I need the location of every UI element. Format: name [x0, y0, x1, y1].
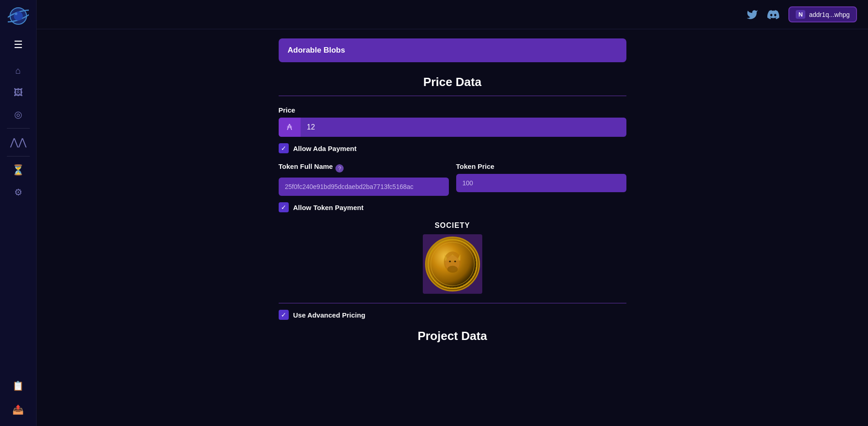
- divider-1: [7, 128, 30, 129]
- society-label: SOCIETY: [435, 221, 470, 230]
- sidebar-item-filter[interactable]: ⏳: [8, 160, 28, 180]
- allow-token-checkbox[interactable]: ✓: [279, 202, 289, 212]
- sidebar-bottom: 📋 📤: [8, 375, 28, 421]
- token-price-field: Token Price: [456, 162, 626, 196]
- wallet-network-badge: N: [796, 10, 805, 19]
- target-icon: ◎: [14, 109, 22, 120]
- checkmark-icon: ✓: [281, 145, 286, 152]
- ada-symbol-icon: ₳: [279, 118, 301, 137]
- price-input-wrapper: ₳: [279, 118, 626, 137]
- docs-icon: 📋: [12, 380, 24, 391]
- collection-name: Adorable Blobs: [288, 46, 345, 54]
- price-data-title: Price Data: [279, 75, 626, 89]
- allow-token-row: ✓ Allow Token Payment: [279, 202, 626, 212]
- logo[interactable]: [8, 5, 29, 28]
- coin-svg: [426, 237, 479, 291]
- main-content: Adorable Blobs Price Data Price ₳ ✓ Allo…: [37, 29, 868, 426]
- svg-point-3: [15, 12, 17, 15]
- sidebar-item-export[interactable]: 📤: [8, 399, 28, 420]
- token-row: Token Full Name ? Token Price: [279, 162, 626, 196]
- price-input[interactable]: [301, 118, 626, 137]
- token-price-label: Token Price: [456, 162, 626, 170]
- society-coin-icon: [425, 237, 480, 291]
- advanced-pricing-label: Use Advanced Pricing: [293, 311, 366, 319]
- sidebar-item-settings[interactable]: ⚙: [8, 182, 28, 202]
- token-price-input[interactable]: [456, 174, 626, 192]
- discord-icon[interactable]: [767, 9, 779, 21]
- svg-point-8: [447, 266, 458, 273]
- home-icon: ⌂: [15, 65, 21, 76]
- chevron-up-icon: ⋀⋀: [10, 136, 27, 148]
- sidebar: ☰ ⌂ 🖼 ◎ ⋀⋀ ⏳ ⚙ 📋 📤: [0, 0, 37, 426]
- price-divider: [279, 96, 626, 96]
- allow-token-label: Allow Token Payment: [293, 204, 364, 211]
- wallet-button[interactable]: N addr1q...whpg: [788, 6, 857, 22]
- project-data-title: Project Data: [279, 329, 626, 343]
- hamburger-menu[interactable]: ☰: [8, 35, 28, 55]
- filter-icon: ⏳: [12, 164, 24, 176]
- price-label: Price: [279, 106, 626, 114]
- image-icon: 🖼: [14, 87, 23, 98]
- twitter-icon[interactable]: [746, 9, 758, 21]
- advanced-pricing-checkbox[interactable]: ✓: [279, 310, 289, 320]
- allow-ada-checkbox[interactable]: ✓: [279, 143, 289, 153]
- society-image: [423, 234, 482, 294]
- collection-bar: Adorable Blobs: [279, 38, 626, 62]
- checkmark-icon-2: ✓: [281, 204, 286, 211]
- token-full-name-input[interactable]: [279, 178, 449, 196]
- gear-icon: ⚙: [14, 187, 22, 198]
- society-section: SOCIETY: [279, 221, 626, 294]
- advanced-pricing-row: ✓ Use Advanced Pricing: [279, 310, 626, 320]
- export-icon: 📤: [12, 404, 24, 415]
- svg-point-9: [449, 260, 451, 262]
- token-name-label-row: Token Full Name ?: [279, 162, 449, 174]
- token-full-name-field: Token Full Name ?: [279, 162, 449, 196]
- svg-point-10: [454, 260, 456, 262]
- sidebar-item-docs[interactable]: 📋: [8, 376, 28, 396]
- sidebar-item-rank[interactable]: ⋀⋀: [8, 132, 28, 152]
- sidebar-item-gallery[interactable]: 🖼: [8, 82, 28, 102]
- sidebar-item-target[interactable]: ◎: [8, 104, 28, 124]
- header: N addr1q...whpg: [37, 0, 868, 29]
- hamburger-icon: ☰: [14, 39, 23, 51]
- allow-ada-row: ✓ Allow Ada Payment: [279, 143, 626, 153]
- advanced-divider: [279, 303, 626, 303]
- wallet-address: addr1q...whpg: [809, 11, 850, 18]
- checkmark-icon-3: ✓: [281, 311, 286, 318]
- content-panel: Adorable Blobs Price Data Price ₳ ✓ Allo…: [279, 38, 626, 361]
- token-name-help-icon[interactable]: ?: [335, 164, 344, 173]
- sidebar-item-home[interactable]: ⌂: [8, 60, 28, 81]
- allow-ada-label: Allow Ada Payment: [293, 145, 357, 152]
- divider-2: [7, 156, 30, 156]
- token-name-label: Token Full Name: [279, 162, 333, 170]
